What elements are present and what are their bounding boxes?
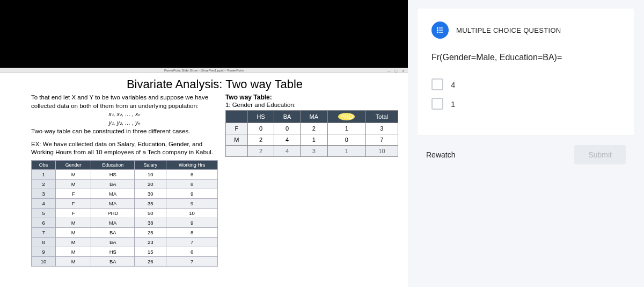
data-cell: M bbox=[56, 237, 91, 247]
data-cell: HS bbox=[91, 169, 135, 179]
data-col-header: Salary bbox=[135, 160, 166, 169]
data-cell: BA bbox=[91, 237, 135, 247]
data-cell: 8 bbox=[166, 227, 218, 237]
employee-data-table: ObsGenderEducationSalaryWorking Hrs 1MHS… bbox=[31, 160, 218, 267]
slide-ex: EX: We have collected data on Salary, Ed… bbox=[31, 140, 218, 157]
slide-p1: To that end let X and Y to be two variab… bbox=[31, 94, 218, 110]
rewatch-button[interactable]: Rewatch bbox=[426, 150, 455, 159]
data-cell: MA bbox=[91, 189, 135, 198]
data-cell: 15 bbox=[135, 247, 166, 256]
question-card: MULTIPLE CHOICE QUESTION Fr(Gender=Male,… bbox=[418, 9, 634, 135]
data-cell: 10 bbox=[166, 208, 218, 218]
data-cell: 8 bbox=[166, 179, 218, 189]
data-cell: 7 bbox=[166, 237, 218, 247]
twoway-col-header: HS bbox=[247, 111, 274, 123]
twoway-cell: 1 bbox=[300, 134, 327, 146]
twoway-cell bbox=[225, 146, 247, 157]
twoway-cell: 3 bbox=[300, 146, 327, 157]
data-col-header: Working Hrs bbox=[166, 160, 218, 169]
option-label: 4 bbox=[451, 80, 455, 89]
twoway-cell: 1 bbox=[327, 146, 365, 157]
checkbox[interactable] bbox=[431, 78, 443, 90]
data-cell: 9 bbox=[166, 198, 218, 208]
data-cell: 4 bbox=[32, 198, 56, 208]
data-cell: M bbox=[56, 256, 91, 266]
data-cell: 6 bbox=[166, 247, 218, 256]
answer-option[interactable]: 4 bbox=[431, 78, 620, 90]
slide-content: Bivariate Analysis: Two way Table To tha… bbox=[0, 73, 408, 271]
twoway-cell: 2 bbox=[247, 146, 274, 157]
data-cell: 9 bbox=[166, 189, 218, 198]
data-col-header: Gender bbox=[56, 160, 91, 169]
data-cell: 2 bbox=[32, 179, 56, 189]
twoway-cell: 2 bbox=[247, 134, 274, 146]
data-cell: BA bbox=[91, 179, 135, 189]
data-cell: 10 bbox=[135, 169, 166, 179]
twoway-cell: 4 bbox=[274, 146, 301, 157]
twoway-col-header: Total bbox=[365, 111, 398, 123]
slide-container: PowerPoint Slide Show - [BivarPart1.pptx… bbox=[0, 68, 408, 287]
question-type-label: MULTIPLE CHOICE QUESTION bbox=[456, 26, 561, 34]
data-cell: 7 bbox=[166, 256, 218, 266]
data-cell: 5 bbox=[32, 208, 56, 218]
twoway-cell: 7 bbox=[365, 134, 398, 146]
twoway-cell: M bbox=[225, 134, 247, 146]
data-cell: 9 bbox=[32, 247, 56, 256]
option-label: 1 bbox=[451, 99, 455, 109]
data-cell: 30 bbox=[135, 189, 166, 198]
twoway-col-header: PHD bbox=[327, 111, 365, 123]
twoway-cell: 0 bbox=[327, 134, 365, 146]
data-col-header: Obs bbox=[32, 160, 56, 169]
vars-y: y₁, y₂, … , yₙ bbox=[31, 119, 218, 127]
window-controls: — ▢ ✕ bbox=[387, 68, 406, 74]
twoway-col-header bbox=[225, 111, 247, 123]
data-cell: M bbox=[56, 227, 91, 237]
data-cell: M bbox=[56, 169, 91, 179]
data-cell: 8 bbox=[32, 237, 56, 247]
checkbox[interactable] bbox=[431, 98, 443, 110]
twoway-cell: 1 bbox=[327, 123, 365, 134]
twoway-col-header: MA bbox=[300, 111, 327, 123]
data-cell: 3 bbox=[32, 189, 56, 198]
svg-point-2 bbox=[437, 30, 438, 31]
svg-point-0 bbox=[437, 27, 438, 28]
data-cell: BA bbox=[91, 256, 135, 266]
question-text: Fr(Gender=Male, Education=BA)= bbox=[431, 53, 620, 62]
slide-title: Bivariate Analysis: Two way Table bbox=[31, 77, 398, 91]
twoway-sub: 1: Gender and Education: bbox=[225, 102, 398, 108]
twoway-cell: 2 bbox=[300, 123, 327, 134]
twoway-cell: F bbox=[225, 123, 247, 134]
data-cell: M bbox=[56, 179, 91, 189]
data-cell: 20 bbox=[135, 179, 166, 189]
data-cell: 26 bbox=[135, 256, 166, 266]
data-cell: 6 bbox=[166, 169, 218, 179]
data-cell: 9 bbox=[166, 218, 218, 227]
data-cell: MA bbox=[91, 218, 135, 227]
question-type-icon bbox=[431, 21, 449, 39]
slide-p2: Two-way table can be constructed in thre… bbox=[31, 127, 218, 136]
data-cell: 23 bbox=[135, 237, 166, 247]
data-cell: 6 bbox=[32, 218, 56, 227]
data-cell: 10 bbox=[32, 256, 56, 266]
svg-point-4 bbox=[437, 32, 438, 33]
data-col-header: Education bbox=[91, 160, 135, 169]
submit-button[interactable]: Submit bbox=[574, 145, 626, 164]
twoway-col-header: BA bbox=[274, 111, 301, 123]
twoway-cell: 0 bbox=[274, 123, 301, 134]
data-cell: F bbox=[56, 198, 91, 208]
twoway-cell: 4 bbox=[274, 134, 301, 146]
two-way-table: HSBAMAPHDTotal F00213M24107243110 bbox=[225, 110, 398, 157]
data-cell: 7 bbox=[32, 227, 56, 237]
twoway-cell: 3 bbox=[365, 123, 398, 134]
powerpoint-title-bar: PowerPoint Slide Show - [BivarPart1.pptx… bbox=[0, 68, 408, 73]
data-cell: 1 bbox=[32, 169, 56, 179]
data-cell: MA bbox=[91, 198, 135, 208]
answer-option[interactable]: 1 bbox=[431, 98, 620, 110]
data-cell: PHD bbox=[91, 208, 135, 218]
data-cell: 38 bbox=[135, 218, 166, 227]
data-cell: M bbox=[56, 218, 91, 227]
twoway-cell: 10 bbox=[365, 146, 398, 157]
data-cell: 50 bbox=[135, 208, 166, 218]
data-cell: F bbox=[56, 208, 91, 218]
data-cell: F bbox=[56, 189, 91, 198]
